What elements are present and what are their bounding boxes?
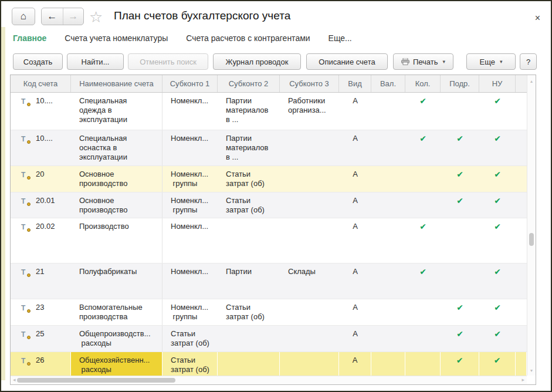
accounts-table: Код счетаНаименование счетаСубконто 1Суб…	[10, 75, 536, 385]
account-kind: А	[339, 352, 371, 376]
journal-button[interactable]: Журнал проводок	[213, 53, 301, 70]
app-window: ⌂ ← → ☆ План счетов бухгалтерского учета…	[1, 1, 551, 391]
table-row[interactable]: Т 21 Полуфабрикаты Номенкл... Партии Скл…	[11, 263, 527, 299]
tax-accounting-check: ✔	[479, 352, 516, 376]
printer-icon	[401, 58, 409, 65]
home-button[interactable]: ⌂	[12, 8, 35, 25]
currency-check	[371, 218, 405, 263]
account-icon: Т	[21, 170, 29, 180]
quantity-check	[405, 166, 441, 192]
forward-icon: →	[68, 11, 78, 22]
tab-item-accounts[interactable]: Счета учета номенклатуры	[65, 33, 168, 43]
gold-dot-icon	[27, 202, 31, 206]
scroll-left-icon[interactable]: ◂	[13, 377, 16, 383]
subconto-1: Статьи затрат (об)	[162, 352, 218, 376]
toolbar: Создать Найти... Отменить поиск Журнал п…	[13, 53, 537, 70]
subconto-3	[280, 166, 339, 192]
subconto-1: Номенкл...	[162, 130, 218, 165]
department-check: ✔	[441, 326, 479, 352]
print-button[interactable]: Печать ▾	[393, 53, 453, 70]
find-button[interactable]: Найти...	[67, 53, 124, 70]
subconto-3	[280, 326, 339, 352]
filler-cell	[516, 166, 527, 192]
column-header: Подр.	[441, 75, 479, 92]
currency-check	[371, 263, 405, 299]
create-button[interactable]: Создать	[13, 53, 63, 70]
filler-cell	[516, 299, 527, 325]
tab-bar: Главное Счета учета номенклатуры Счета р…	[13, 33, 352, 43]
vertical-scrollbar-thumb[interactable]	[529, 233, 534, 246]
currency-check	[371, 192, 405, 218]
gold-dot-icon	[27, 228, 31, 232]
table-row[interactable]: Т 25 Общепроизводств... расходы Статьи з…	[11, 326, 527, 352]
table-row[interactable]: Т 20 Основное производство Номенкл... гр…	[11, 166, 527, 192]
account-name: Специальная одежда в эксплуатации	[71, 93, 162, 130]
account-code: 26	[36, 356, 44, 365]
subconto-1: Номенкл... группы	[162, 192, 218, 218]
filler-cell	[516, 326, 527, 352]
filler-cell	[516, 218, 527, 263]
department-check: ✔	[441, 166, 479, 192]
subconto-1: Номенкл...	[162, 263, 218, 299]
home-icon: ⌂	[21, 11, 26, 22]
filler-cell	[516, 263, 527, 299]
subconto-2	[218, 352, 280, 376]
tab-more[interactable]: Еще...	[329, 33, 352, 43]
column-header	[516, 75, 527, 92]
horizontal-scrollbar-thumb[interactable]	[17, 378, 175, 383]
account-code: 20	[36, 170, 44, 179]
subconto-3	[280, 192, 339, 218]
filler-cell	[516, 130, 527, 165]
table-row[interactable]: Т 20.02 Производство Номенкл... А ✔ ✔	[11, 218, 527, 263]
back-button[interactable]: ←	[42, 8, 63, 25]
account-code: 20.01	[36, 196, 55, 205]
account-code: 20.02	[36, 222, 55, 231]
gold-dot-icon	[27, 309, 31, 313]
table-row[interactable]: Т 20.01 Основное производство Номенкл...…	[11, 192, 527, 218]
scroll-down-icon[interactable]: ▾	[527, 368, 536, 373]
account-name: Общепроизводств... расходы	[71, 326, 162, 352]
dropdown-icon: ▾	[443, 59, 446, 65]
account-name: Специальная оснастка в эксплуатации	[71, 130, 162, 165]
subconto-3	[280, 218, 339, 263]
table-row[interactable]: Т 23 Вспомогательные производства Номенк…	[11, 299, 527, 326]
tab-main[interactable]: Главное	[13, 33, 46, 43]
subconto-3	[280, 130, 339, 165]
vertical-scrollbar[interactable]: ▴ ▾	[527, 75, 536, 376]
quantity-check: ✔	[405, 218, 441, 263]
favorite-star-icon[interactable]: ☆	[89, 8, 103, 26]
account-kind: А	[339, 263, 371, 299]
close-icon[interactable]: ×	[535, 13, 540, 23]
table-row[interactable]: Т 10.... Специальная одежда в эксплуатац…	[11, 93, 527, 130]
tab-counterparty-accounts[interactable]: Счета расчетов с контрагентами	[186, 33, 310, 43]
column-header: Субконто 2	[218, 75, 280, 92]
account-name: Основное производство	[71, 166, 162, 192]
account-icon: Т	[21, 356, 29, 366]
column-header: НУ	[479, 75, 516, 92]
table-row[interactable]: Т 26 Общехозяйственн... расходы Статьи з…	[11, 352, 527, 376]
account-code: 25	[36, 329, 44, 339]
scroll-up-icon[interactable]: ▴	[527, 79, 536, 84]
quantity-check: ✔	[405, 93, 441, 130]
department-check: ✔	[441, 352, 479, 376]
subconto-2: Статьи затрат (об)	[218, 166, 280, 192]
scroll-right-icon[interactable]: ▸	[521, 377, 524, 383]
account-description-button[interactable]: Описание счета	[306, 53, 388, 70]
column-header: Наименование счета	[71, 75, 162, 92]
subconto-3	[280, 299, 339, 325]
more-button[interactable]: Еще ▾	[466, 53, 516, 70]
gold-dot-icon	[27, 336, 31, 339]
gold-dot-icon	[27, 273, 31, 277]
nav-history-group: ← →	[41, 8, 84, 25]
table-row[interactable]: Т 10.... Специальная оснастка в эксплуат…	[11, 130, 527, 166]
gold-dot-icon	[27, 103, 31, 106]
gold-dot-icon	[27, 362, 31, 366]
table-body: Т 10.... Специальная одежда в эксплуатац…	[11, 93, 527, 376]
forward-button[interactable]: →	[63, 8, 84, 25]
tax-accounting-check: ✔	[479, 130, 516, 165]
column-header: Вал.	[371, 75, 405, 92]
help-button[interactable]: ?	[520, 53, 537, 70]
currency-check	[371, 326, 405, 352]
horizontal-scrollbar[interactable]: ◂ ▸	[11, 376, 527, 384]
account-code: 21	[36, 267, 44, 276]
